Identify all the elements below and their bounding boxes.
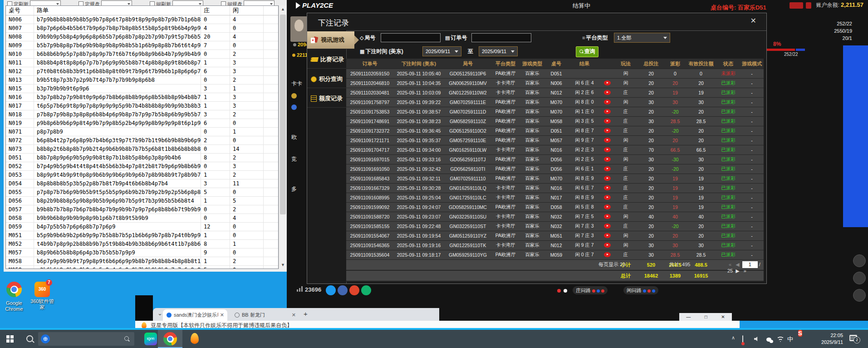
replay-icon[interactable] — [604, 204, 611, 209]
round-input[interactable] — [381, 33, 441, 42]
tab-search-chevron-icon[interactable]: ⌄ — [157, 310, 162, 317]
replay-icon[interactable] — [604, 243, 611, 248]
side-tool-icon[interactable] — [853, 289, 866, 302]
wifi-icon[interactable] — [777, 336, 784, 342]
lobby-menu-item[interactable]: 多 — [291, 185, 307, 193]
scrollbar[interactable]: ▲ ▼ — [279, 5, 287, 269]
taskbar-search-icon[interactable] — [26, 335, 33, 342]
close-icon[interactable]: ✕ — [750, 16, 756, 25]
bet-record-row[interactable]: 250911091588720 2025-09-11 09:23:07 GN03… — [346, 212, 764, 222]
sogou-icon[interactable]: S — [798, 330, 802, 337]
taskbar-search-box[interactable]: ⊕ — [38, 332, 134, 346]
lobby-menu-item[interactable]: 竞 — [291, 155, 307, 163]
checkbox[interactable] — [7, 1, 12, 5]
toolbar-group[interactable]: 定刷新 — [7, 0, 61, 5]
order-input[interactable] — [471, 33, 531, 42]
checkbox[interactable] — [78, 1, 83, 5]
tray-expand-icon[interactable]: ∧ — [731, 335, 735, 341]
minimize-icon[interactable]: — — [686, 314, 691, 319]
checkbox[interactable] — [221, 1, 226, 5]
bet-record-row[interactable]: 250911091758797 2025-09-11 09:39:22 GM07… — [346, 98, 764, 107]
replay-icon[interactable] — [604, 90, 611, 95]
browser-tab-active[interactable]: sands澳门金沙娱乐场 ✕ — [163, 309, 227, 321]
banker-road-chip[interactable]: 庄问路 — [573, 286, 608, 294]
replay-icon[interactable] — [604, 109, 611, 114]
social-icon-1[interactable] — [326, 285, 336, 295]
bet-record-row[interactable]: 250911102046810 2025-09-11 10:04:35 GN00… — [346, 79, 764, 88]
replay-icon[interactable] — [604, 80, 611, 85]
road-row[interactable]: M051 b5p9b9b6b9b2p6b9p9p7b5b8b7b5p1b6b6p… — [6, 231, 278, 240]
replay-icon[interactable] — [604, 119, 611, 124]
taskbar-clock[interactable]: 22:05 2025/9/11 — [811, 332, 843, 346]
replay-icon[interactable] — [604, 138, 611, 143]
social-icon-4[interactable] — [361, 285, 371, 295]
road-row[interactable]: N013 b9b5t8p7p3b7p2p9b7t4p7b7p7b9b9p8p6b… — [6, 76, 278, 85]
tab-points-query[interactable]: 积分查询 — [307, 70, 346, 88]
replay-icon[interactable] — [604, 147, 611, 152]
date-to-select[interactable]: 2025/09/11 — [479, 46, 518, 56]
tab-credit-records[interactable]: 额度记录 — [307, 90, 346, 108]
scroll-down-icon[interactable]: ▼ — [279, 261, 287, 269]
bet-record-row[interactable]: 250911091748691 2025-09-11 09:38:23 GM05… — [346, 117, 764, 126]
scroll-thumb[interactable] — [280, 15, 286, 214]
road-row[interactable]: N015 b3p7b9b9b9t6p9p6 3 1 — [6, 85, 278, 93]
toolbar-group[interactable]: 间刷新 — [150, 0, 203, 5]
trophy-icon[interactable] — [291, 93, 297, 99]
road-row[interactable]: M057 b8p9b6b5b8b8p6p4p3b7b5b5b7p9p9 9 0 — [6, 249, 278, 257]
close-tab-icon[interactable]: ✕ — [292, 309, 296, 321]
toolbar-group[interactable]: 定规盘 — [78, 0, 132, 5]
bet-record-row[interactable]: 250911091691050 2025-09-11 09:32:42 GD05… — [346, 164, 764, 174]
social-icon-3[interactable] — [349, 285, 359, 295]
close-window-icon[interactable]: ✕ — [721, 314, 725, 319]
road-row[interactable]: N071 p8p7p8b9 0 1 — [6, 128, 278, 136]
page-input[interactable]: 1 — [742, 261, 758, 268]
replay-icon[interactable] — [604, 166, 611, 171]
last-page-button[interactable]: » — [744, 268, 746, 273]
action-center-icon[interactable]: 2 — [849, 335, 857, 341]
replay-icon[interactable] — [604, 233, 611, 238]
scroll-up-icon[interactable]: ▲ — [279, 5, 287, 13]
taskbar-chrome[interactable] — [158, 330, 182, 348]
volume-icon[interactable] — [754, 337, 760, 341]
road-row[interactable]: D059 b4p7p5b5b7p6p6p8b7p7p6p9 12 0 — [6, 223, 278, 231]
prev-page-button[interactable]: ◀ — [736, 262, 739, 267]
road-row[interactable]: D053 b8p9p9t4b9p9t0p8p9b6b9p9b6p9b9p6b7p… — [6, 171, 278, 179]
bet-record-row[interactable]: 250911091697015 2025-09-11 09:33:16 GD05… — [346, 155, 764, 164]
new-tab-icon[interactable]: + — [304, 310, 308, 318]
dropdown[interactable] — [30, 0, 61, 5]
side-tool-icon[interactable] — [853, 254, 866, 267]
bet-record-row[interactable]: 250911091599092 2025-09-11 09:24:07 GD05… — [346, 203, 764, 212]
bet-record-row[interactable]: 250911091721171 2025-09-11 09:35:37 GM05… — [346, 136, 764, 145]
first-page-button[interactable]: « — [729, 262, 731, 267]
replay-icon[interactable] — [604, 214, 611, 219]
taskbar-flame-app[interactable] — [182, 330, 207, 348]
dropdown[interactable] — [244, 0, 275, 5]
road-row[interactable]: D057 b9b8b7b7b8p7b6p7b8b4p7b9p9b9b7p9p7p… — [6, 205, 278, 214]
road-row[interactable]: N012 p7t0b8t6b8b3b9t1p6b8b8p8t0b9t7b9p6t… — [6, 67, 278, 76]
search-button[interactable]: 查询 — [576, 46, 598, 57]
bet-record-row[interactable]: 250911091753853 2025-09-11 09:38:57 GM07… — [346, 107, 764, 117]
browser-tab-inactive[interactable]: BB 射龙门 ✕ — [231, 309, 299, 321]
desktop-icon-chrome[interactable]: Google Chrome — [0, 282, 28, 312]
next-page-button[interactable]: ▶ — [736, 268, 739, 273]
lobby-menu-item[interactable]: 欧 — [291, 134, 307, 141]
checkbox[interactable] — [150, 1, 155, 5]
road-row[interactable]: N007 b8p7p6p6b4b5b6t7b9p6p7b8p7b8p8b5t5b… — [6, 24, 278, 33]
dropdown[interactable] — [101, 0, 132, 5]
bet-record-row[interactable]: 250911091667329 2025-09-11 09:30:28 GN01… — [346, 184, 764, 193]
road-row[interactable]: N017 t6p5p7b6p9t8p9p7p8p9p9p9p5p9b7b4b8b… — [6, 102, 278, 110]
lobby-menu-item[interactable]: 卡卡 — [291, 80, 307, 88]
road-row[interactable]: D051 b8b7p8p9p6p9b5p9p9b8t8p7b1b8b5p8b6p… — [6, 154, 278, 162]
replay-icon[interactable] — [604, 252, 611, 257]
close-tab-icon[interactable]: ✕ — [220, 309, 224, 321]
bet-record-row[interactable]: 250911091546365 2025-09-11 09:19:16 GN01… — [346, 241, 764, 250]
road-row[interactable]: N019 p9b8p6b9b6p9p8t4p9b7p9p8b5p2b4p9p9p… — [6, 119, 278, 128]
bet-record-row[interactable]: 250911091732372 2025-09-11 09:36:45 GD05… — [346, 126, 764, 136]
desktop-icon-360[interactable]: 3607 360软件管家 — [28, 282, 56, 310]
road-row[interactable]: N016 b3p7p8b2p7p9b8t0p9p6p7b8b6p8b8b9p6p… — [6, 93, 278, 102]
maximize-icon[interactable]: □ — [705, 314, 707, 319]
toolbar-group[interactable]: 间规盘 — [221, 0, 275, 5]
road-row[interactable]: N011 b8b8b4p8t8p8p6p7p7b7p6p9p9b5b8b7t4p… — [6, 59, 278, 67]
menu-icon[interactable] — [291, 104, 297, 110]
bet-record-row[interactable]: 250911091535604 2025-09-11 09:18:17 GM05… — [346, 250, 764, 260]
